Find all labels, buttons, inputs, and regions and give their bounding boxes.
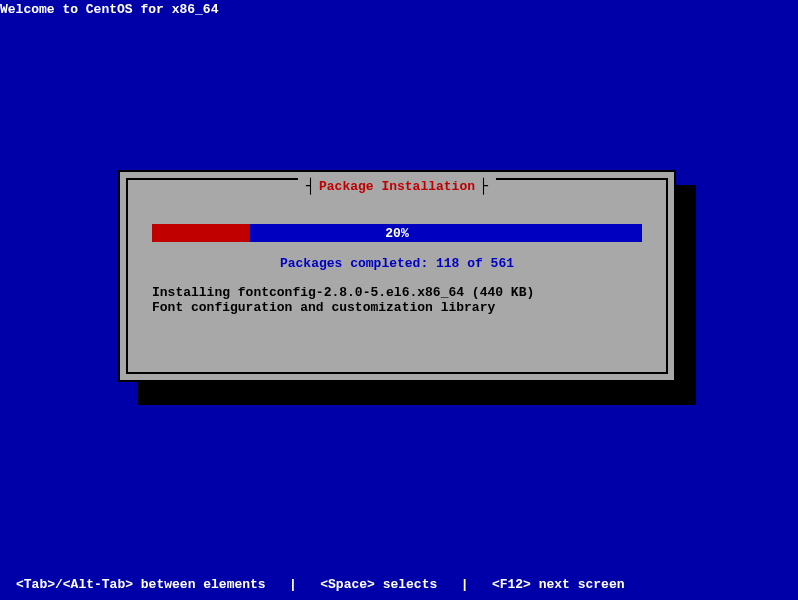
packages-completed: Packages completed: 118 of 561: [128, 256, 666, 271]
title-bracket-left: ┤: [306, 178, 315, 195]
dialog-title: Package Installation: [319, 179, 475, 194]
title-bracket-right: ├: [479, 178, 488, 195]
progress-bar: 20%: [152, 224, 642, 242]
dialog-inner-border: ┤ Package Installation ├ 20% Packages co…: [126, 178, 668, 374]
installing-line: Installing fontconfig-2.8.0-5.el6.x86_64…: [152, 285, 534, 300]
progress-text: 20%: [385, 226, 408, 241]
package-installation-dialog: ┤ Package Installation ├ 20% Packages co…: [118, 170, 676, 382]
description-line: Font configuration and customization lib…: [152, 300, 495, 315]
dialog-title-wrap: ┤ Package Installation ├: [298, 178, 496, 195]
header-welcome: Welcome to CentOS for x86_64: [0, 0, 218, 19]
footer-help: <Tab>/<Alt-Tab> between elements | <Spac…: [16, 577, 625, 592]
progress-fill: [152, 224, 250, 242]
